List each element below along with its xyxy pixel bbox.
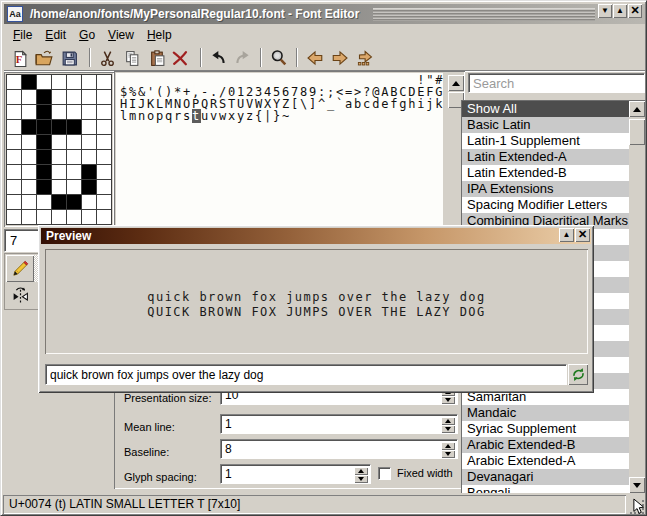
menu-view[interactable]: View <box>102 26 140 44</box>
glyph-cell[interactable] <box>67 105 82 120</box>
preview-dialog-titlebar[interactable]: Preview <box>41 228 591 244</box>
spin-up-button[interactable] <box>441 417 455 425</box>
save-button[interactable] <box>58 47 80 69</box>
new-font-button[interactable]: F <box>9 47 31 69</box>
spin-up-button[interactable] <box>354 467 368 475</box>
glyph-cell[interactable] <box>67 150 82 165</box>
glyph-cell[interactable] <box>37 210 52 225</box>
preview-text-input[interactable] <box>46 365 566 384</box>
glyph-cell[interactable] <box>67 210 82 225</box>
glyph-cell[interactable] <box>22 120 37 135</box>
glyph-cell[interactable] <box>7 135 22 150</box>
glyph-cell[interactable] <box>7 90 22 105</box>
glyph-cell[interactable] <box>22 195 37 210</box>
mean-line-input[interactable] <box>223 417 441 431</box>
goto-glyph-button[interactable] <box>353 47 375 69</box>
block-list-item-ipa-extensions[interactable]: IPA Extensions <box>462 181 629 197</box>
block-list-item-latin-1-supplement[interactable]: Latin-1 Supplement <box>462 133 629 149</box>
glyph-cell[interactable] <box>67 90 82 105</box>
glyph-cell[interactable] <box>97 135 112 150</box>
minimize-button[interactable]: ▼ <box>598 4 612 18</box>
spin-down-button[interactable] <box>354 475 368 483</box>
glyph-cell[interactable] <box>82 210 97 225</box>
glyph-cell[interactable] <box>82 195 97 210</box>
glyph-cell[interactable] <box>67 180 82 195</box>
spin-down-button[interactable] <box>441 396 455 404</box>
scroll-down-button[interactable] <box>629 477 645 493</box>
glyph-cell[interactable] <box>22 75 37 90</box>
glyph-cell[interactable] <box>22 90 37 105</box>
glyph-cell[interactable] <box>52 150 67 165</box>
glyph-cell[interactable] <box>82 150 97 165</box>
spin-down-button[interactable] <box>441 425 455 433</box>
glyph-cell[interactable] <box>22 180 37 195</box>
block-list-item-basic-latin[interactable]: Basic Latin <box>462 117 629 133</box>
block-list-item-devanagari[interactable]: Devanagari <box>462 469 629 485</box>
block-list-item-arabic-extended-a[interactable]: Arabic Extended-A <box>462 453 629 469</box>
scroll-up-button[interactable] <box>629 101 645 117</box>
menu-help[interactable]: Help <box>141 26 178 44</box>
glyph-cell[interactable] <box>37 75 52 90</box>
paste-button[interactable] <box>146 47 168 69</box>
glyph-cell[interactable] <box>7 195 22 210</box>
glyph-cell[interactable] <box>67 75 82 90</box>
baseline-input[interactable] <box>223 442 441 456</box>
glyph-cell[interactable] <box>52 120 67 135</box>
pencil-tool-button[interactable] <box>6 255 34 282</box>
title-bar[interactable]: Aa /home/anon/fonts/MyPersonalRegular10.… <box>4 4 645 24</box>
glyph-cell[interactable] <box>22 105 37 120</box>
glyph-cell[interactable] <box>82 90 97 105</box>
glyph-cell[interactable] <box>67 135 82 150</box>
glyph-cell[interactable] <box>37 150 52 165</box>
glyph-cell[interactable] <box>7 210 22 225</box>
glyph-cell[interactable] <box>97 75 112 90</box>
glyph-cell[interactable] <box>97 210 112 225</box>
glyph-cell[interactable] <box>22 150 37 165</box>
find-button[interactable] <box>268 47 290 69</box>
flip-horizontal-button[interactable] <box>6 282 34 309</box>
glyph-cell[interactable] <box>82 105 97 120</box>
glyph-pixel-grid[interactable] <box>6 74 112 225</box>
glyph-cell[interactable] <box>52 135 67 150</box>
selected-character[interactable]: t <box>192 109 201 123</box>
spin-up-button[interactable] <box>441 442 455 450</box>
glyph-cell[interactable] <box>97 195 112 210</box>
glyph-cell[interactable] <box>7 165 22 180</box>
block-list-item-mandaic[interactable]: Mandaic <box>462 405 629 421</box>
block-list-item-spacing-modifier-letters[interactable]: Spacing Modifier Letters <box>462 197 629 213</box>
glyph-cell[interactable] <box>22 210 37 225</box>
menu-go[interactable]: Go <box>73 26 101 44</box>
cut-button[interactable] <box>96 47 118 69</box>
redo-button[interactable] <box>232 47 254 69</box>
glyph-cell[interactable] <box>7 150 22 165</box>
glyph-cell[interactable] <box>52 90 67 105</box>
glyph-cell[interactable] <box>67 120 82 135</box>
dialog-close-button[interactable]: ✕ <box>575 228 590 242</box>
block-list-item-syriac-supplement[interactable]: Syriac Supplement <box>462 421 629 437</box>
glyph-cell[interactable] <box>82 165 97 180</box>
next-glyph-button[interactable] <box>329 47 351 69</box>
undo-button[interactable] <box>207 47 229 69</box>
glyph-cell[interactable] <box>97 150 112 165</box>
glyph-cell[interactable] <box>52 180 67 195</box>
glyph-cell[interactable] <box>52 105 67 120</box>
scrollbar-thumb[interactable] <box>629 119 645 145</box>
glyph-cell[interactable] <box>97 165 112 180</box>
glyph-cell[interactable] <box>37 120 52 135</box>
glyph-cell[interactable] <box>67 195 82 210</box>
glyph-cell[interactable] <box>97 120 112 135</box>
glyph-cell[interactable] <box>97 180 112 195</box>
glyph-cell[interactable] <box>97 105 112 120</box>
glyph-cell[interactable] <box>82 180 97 195</box>
glyph-cell[interactable] <box>67 165 82 180</box>
scroll-up-button[interactable] <box>448 75 464 91</box>
maximize-button[interactable]: ▲ <box>613 4 627 18</box>
close-button[interactable]: ✕ <box>628 4 642 18</box>
menu-edit[interactable]: Edit <box>39 26 72 44</box>
glyph-cell[interactable] <box>37 90 52 105</box>
glyph-cell[interactable] <box>22 165 37 180</box>
preview-refresh-button[interactable] <box>568 364 588 385</box>
copy-button[interactable] <box>121 47 143 69</box>
glyph-cell[interactable] <box>7 180 22 195</box>
glyph-cell[interactable] <box>37 195 52 210</box>
